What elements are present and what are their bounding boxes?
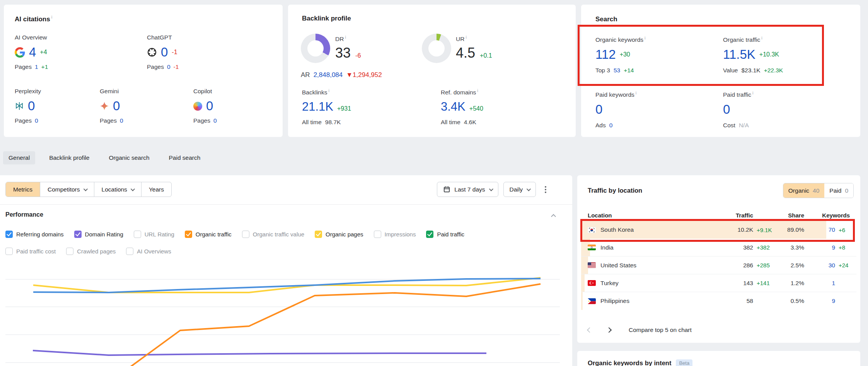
compare-top5-link[interactable]: Compare top 5 on chart <box>629 327 692 334</box>
metric-checkbox[interactable]: Crawled pages <box>66 246 116 256</box>
tab-organic-search[interactable]: Organic search <box>103 151 155 164</box>
chatgpt-value[interactable]: 0 <box>161 45 168 60</box>
country-name[interactable]: Turkey <box>600 280 619 287</box>
paid-traffic-value[interactable]: 0 <box>723 102 730 117</box>
organic-keywords-delta: +30 <box>620 51 630 58</box>
checkbox-icon[interactable] <box>5 231 13 238</box>
ai-overview-value[interactable]: 4 <box>29 45 36 60</box>
ads-row: Ads 0 <box>595 122 636 129</box>
checkbox-icon[interactable] <box>134 231 141 238</box>
ar-value[interactable]: 2,848,084 <box>314 71 343 79</box>
granularity-button[interactable]: Daily <box>503 182 536 197</box>
top3-value[interactable]: 53 <box>614 67 620 74</box>
keywords-value[interactable]: 1 <box>804 280 835 287</box>
location-row[interactable]: India 382 +382 3.3% 9 +8 <box>581 239 856 257</box>
performance-line-chart[interactable] <box>0 262 572 366</box>
organic-keywords-metric: Organic keywordsi 112 +30 Top 3 53 +14 <box>595 36 646 74</box>
info-icon[interactable]: i <box>636 91 636 95</box>
pages-label: Pages <box>100 117 117 124</box>
checkbox-icon[interactable] <box>315 231 322 238</box>
checkbox-icon[interactable] <box>74 231 82 238</box>
location-row[interactable]: South Korea 10.2K +9.1K 89.0% 70 +6 <box>581 221 856 239</box>
traffic-value: 10.2K <box>707 226 753 233</box>
perplexity-value[interactable]: 0 <box>28 99 35 113</box>
keywords-value[interactable]: 9 <box>804 298 835 304</box>
metric-checkbox[interactable]: Referring domains <box>5 229 64 239</box>
ads-value[interactable]: 0 <box>609 122 613 129</box>
location-row[interactable]: Turkey 143 +141 1.2% 1 <box>581 274 856 292</box>
checkbox-icon[interactable] <box>66 248 73 255</box>
checkbox-label: Impressions <box>385 231 416 238</box>
info-icon[interactable]: i <box>645 36 645 40</box>
metrics-filter-button[interactable]: Metrics <box>6 182 40 197</box>
perplexity-metric: Perplexity 0 Pages 0 <box>15 88 41 124</box>
metric-checkbox[interactable]: Domain Rating <box>74 229 123 239</box>
checkbox-label: Paid traffic cost <box>16 248 56 255</box>
checkbox-icon[interactable] <box>185 231 192 238</box>
info-icon[interactable]: i <box>466 35 466 39</box>
ref-domains-value[interactable]: 3.4K <box>441 100 466 114</box>
info-icon[interactable]: i <box>752 91 753 95</box>
collapse-chevron-up-icon[interactable] <box>551 214 556 219</box>
checkbox-icon[interactable] <box>426 231 433 238</box>
metric-checkbox[interactable]: Paid traffic <box>426 229 464 239</box>
keywords-value[interactable]: 9 <box>804 244 835 251</box>
keywords-value[interactable]: 30 <box>804 262 835 269</box>
gemini-value[interactable]: 0 <box>113 99 120 113</box>
pages-value[interactable]: 1 <box>35 63 38 70</box>
tab-paid-search[interactable]: Paid search <box>164 151 206 164</box>
metric-checkbox[interactable]: URL Rating <box>134 229 174 239</box>
ar-delta: ▼1,294,952 <box>346 71 382 79</box>
paid-keywords-value[interactable]: 0 <box>595 102 602 117</box>
checkbox-icon[interactable] <box>126 248 133 255</box>
country-name[interactable]: South Korea <box>600 226 634 233</box>
metric-checkbox[interactable]: AI Overviews <box>126 246 171 256</box>
info-icon[interactable]: i <box>345 35 346 39</box>
country-name[interactable]: United States <box>600 262 636 269</box>
tab-general[interactable]: General <box>3 151 35 164</box>
competitors-filter-button[interactable]: Competitors <box>40 182 94 197</box>
metric-checkbox[interactable]: Organic pages <box>315 229 363 239</box>
keywords-delta: +8 <box>835 244 850 251</box>
more-options-kebab-icon[interactable] <box>541 183 550 196</box>
keywords-value[interactable]: 70 <box>804 226 835 233</box>
ref-domains-alltime: All time 4.6K <box>441 119 483 126</box>
location-row[interactable]: Philippines 58 0.5% 9 <box>581 292 856 310</box>
traffic-delta: +9.1K <box>753 227 773 233</box>
date-range-button[interactable]: Last 7 days <box>437 182 498 197</box>
organic-toggle[interactable]: Organic 40 <box>783 183 825 198</box>
metric-checkbox[interactable]: Impressions <box>374 229 416 239</box>
pages-value[interactable]: 0 <box>213 117 217 124</box>
info-icon[interactable]: i <box>761 36 762 40</box>
country-name[interactable]: India <box>600 244 614 251</box>
info-icon[interactable]: i <box>477 88 478 93</box>
info-icon[interactable]: i <box>328 88 329 93</box>
metric-checkbox[interactable]: Organic traffic <box>185 229 232 239</box>
paid-toggle[interactable]: Paid 0 <box>824 183 853 198</box>
copilot-value[interactable]: 0 <box>206 99 213 113</box>
location-row[interactable]: United States 286 +285 2.5% 30 +24 <box>581 257 856 274</box>
years-filter-button[interactable]: Years <box>141 182 171 197</box>
metric-checkbox[interactable]: Paid traffic cost <box>5 246 56 256</box>
beta-badge: Beta <box>676 359 692 366</box>
backlinks-value[interactable]: 21.1K <box>302 100 333 114</box>
pages-value[interactable]: 0 <box>167 63 171 70</box>
prev-page-chevron-icon[interactable] <box>587 327 592 333</box>
checkbox-icon[interactable] <box>5 248 13 255</box>
organic-traffic-value[interactable]: 11.5K <box>723 47 755 62</box>
pages-value[interactable]: 0 <box>35 117 38 124</box>
dr-donut <box>301 34 330 63</box>
share-value: 2.5% <box>773 262 804 269</box>
metric-checkbox[interactable]: Organic traffic value <box>242 229 304 239</box>
organic-keywords-value[interactable]: 112 <box>595 47 616 62</box>
locations-filter-button[interactable]: Locations <box>94 182 141 197</box>
country-flag-icon <box>588 262 596 268</box>
pages-label: Pages <box>147 63 164 70</box>
country-name[interactable]: Philippines <box>600 298 629 304</box>
pages-value[interactable]: 0 <box>120 117 123 124</box>
info-icon[interactable]: i <box>51 15 52 19</box>
next-page-chevron-icon[interactable] <box>606 327 612 333</box>
tab-backlink-profile[interactable]: Backlink profile <box>44 151 95 164</box>
checkbox-icon[interactable] <box>374 231 381 238</box>
checkbox-icon[interactable] <box>242 231 249 238</box>
